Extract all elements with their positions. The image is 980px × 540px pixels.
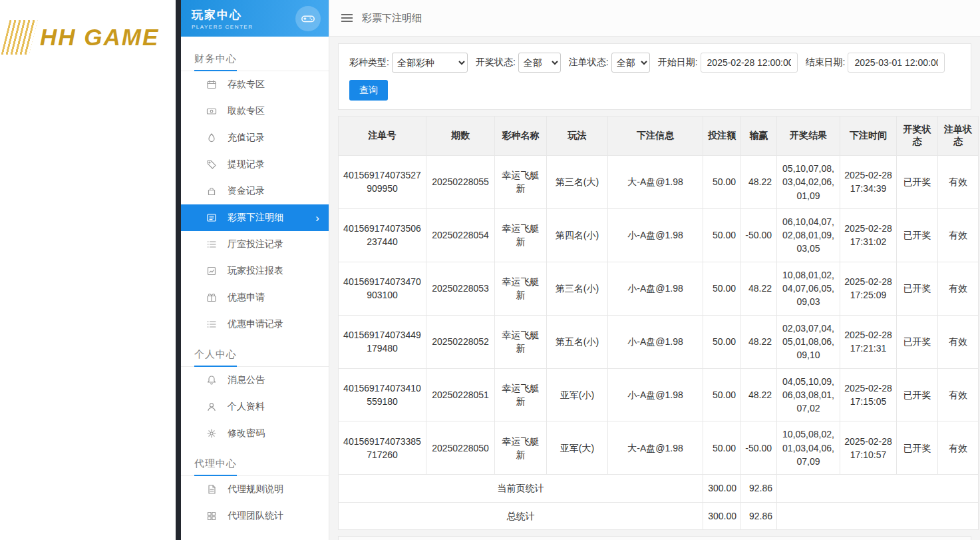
sidebar-item-promo-record[interactable]: 优惠申请记录 [181,311,329,338]
table-cell: 有效 [938,156,979,209]
table-cell: 20250228053 [426,262,495,315]
table-cell: 大-A盘@1.98 [608,421,703,475]
lottery-type-select[interactable]: 全部彩种 [392,53,468,73]
sidebar-item-bell[interactable]: 消息公告 [181,367,329,394]
table-cell: 大-A盘@1.98 [608,156,703,209]
pagination-bar: 每页显示20条 共6条 首页 上一页 1 下一页 第 页 跳转 [338,536,971,540]
sidebar-item-deposit[interactable]: 存款专区 [181,71,329,98]
gamepad-icon [295,6,321,31]
sidebar-item-label: 彩票下注明细 [228,212,283,224]
column-header: 下注时间 [840,117,897,156]
sidebar-item-hall[interactable]: 厅室投注记录 [181,231,329,258]
table-cell: 幸运飞艇新 [495,262,547,315]
sidebar-item-withdraw[interactable]: 取款专区 [181,98,329,125]
sidebar: 玩家中心 PLAYERS CENTER 财务中心存款专区取款专区充值记录提现记录… [181,0,329,540]
lottery-type-label: 彩种类型: [349,57,389,69]
table-cell: 幸运飞艇新 [495,315,547,368]
order-status-select[interactable]: 全部 [611,53,650,73]
table-cell: 401569174073470903100 [339,262,426,315]
sidebar-item-lottery[interactable]: 彩票下注明细› [181,204,329,231]
promo-icon [206,292,217,303]
table-cell: 小-A盘@1.98 [608,208,703,262]
sidebar-item-label: 玩家投注报表 [228,265,283,277]
table-cell: 2025-02-28 17:31:02 [840,208,897,262]
table-row: 40156917407352790995020250228055幸运飞艇新第三名… [339,156,979,209]
sidebar-item-doc[interactable]: 代理规则说明 [181,476,329,503]
table-cell: 401569174073385717260 [339,421,426,475]
menu-toggle-icon[interactable] [341,12,353,24]
table-cell: 有效 [938,262,979,315]
table-cell: 50.00 [703,315,741,368]
table-row: 40156917407347090310020250228053幸运飞艇新第三名… [339,262,979,315]
table-cell: 小-A盘@1.98 [608,368,703,421]
table-cell: 已开奖 [897,368,938,421]
order-status-label: 注单状态: [569,57,609,69]
deposit-icon [206,79,217,90]
summary-empty-cell [777,502,979,529]
table-cell: 第三名(小) [547,262,608,315]
table-cell: 已开奖 [897,156,938,209]
recharge-icon [206,133,217,143]
summary-bet-total: 300.00 [703,475,741,502]
table-cell: 20250228052 [426,315,495,368]
table-row: 40156917407350623744020250228054幸运飞艇新第四名… [339,208,979,262]
table-cell: 已开奖 [897,262,938,315]
logo: HH GAME [0,0,176,55]
table-cell: 20250228055 [426,156,495,209]
topbar: 彩票下注明细 [329,0,980,37]
table-cell: 幸运飞艇新 [495,368,547,421]
table-cell: 10,08,01,02,04,07,06,05,09,03 [777,262,840,315]
sidebar-item-gear[interactable]: 修改密码 [181,420,329,447]
sidebar-item-label: 资金记录 [228,185,265,197]
table-cell: 第三名(大) [547,156,608,209]
draw-status-select[interactable]: 全部 [518,53,561,73]
sidebar-item-label: 厅室投注记录 [228,238,283,250]
sidebar-item-label: 取款专区 [228,105,265,117]
sidebar-item-team[interactable]: 代理团队统计 [181,503,329,529]
sidebar-item-funds[interactable]: 资金记录 [181,178,329,204]
table-cell: 第四名(小) [547,208,608,262]
filter-panel: 彩种类型: 全部彩种 开奖状态: 全部 注单状态: 全部 开始日期: 结束日期:… [338,43,971,110]
gear-icon [206,428,217,439]
table-cell: 50.00 [703,421,741,475]
end-date-input[interactable] [848,53,945,73]
table-cell: 06,10,04,07,02,08,01,09,03,05 [777,208,840,262]
sidebar-item-label: 优惠申请记录 [228,318,283,330]
withdraw-icon [206,106,217,117]
table-cell: 有效 [938,208,979,262]
search-button[interactable]: 查询 [349,80,388,101]
table-cell: 401569174073506237440 [339,208,426,262]
column-header: 开奖结果 [777,117,840,156]
start-date-input[interactable] [701,53,798,73]
brand-column: HH GAME [0,0,176,540]
summary-empty-cell [777,475,979,502]
section-title: 个人中心 [181,348,329,367]
table-cell: 2025-02-28 17:21:31 [840,315,897,368]
sidebar-item-promo[interactable]: 优惠申请 [181,284,329,311]
table-cell: 幸运飞艇新 [495,156,547,209]
promo-record-icon [206,319,217,330]
draw-status-label: 开奖状态: [476,57,516,69]
end-date-label: 结束日期: [806,57,846,69]
table-cell: 2025-02-28 17:10:57 [840,421,897,475]
sidebar-item-recharge[interactable]: 充值记录 [181,125,329,151]
table-cell: 04,05,10,09,06,03,08,01,07,02 [777,368,840,421]
table-cell: 50.00 [703,262,741,315]
sidebar-item-user[interactable]: 个人资料 [181,394,329,420]
chevron-right-icon: › [315,212,319,224]
table-cell: 有效 [938,421,979,475]
table-cell: 401569174073449179480 [339,315,426,368]
table-cell: 05,10,07,08,03,04,02,06,01,09 [777,156,840,209]
sidebar-item-label: 代理团队统计 [228,510,283,522]
table-cell: 小-A盘@1.98 [608,262,703,315]
table-cell: 已开奖 [897,208,938,262]
team-icon [206,511,217,521]
table-cell: 幸运飞艇新 [495,208,547,262]
table-cell: 02,03,07,04,05,01,08,06,09,10 [777,315,840,368]
table-cell: 48.22 [741,262,777,315]
table-cell: 48.22 [741,156,777,209]
sidebar-item-label: 代理规则说明 [228,483,283,495]
sidebar-item-report[interactable]: 玩家投注报表 [181,258,329,284]
sidebar-item-label: 提现记录 [228,158,265,170]
sidebar-item-cashout[interactable]: 提现记录 [181,151,329,178]
